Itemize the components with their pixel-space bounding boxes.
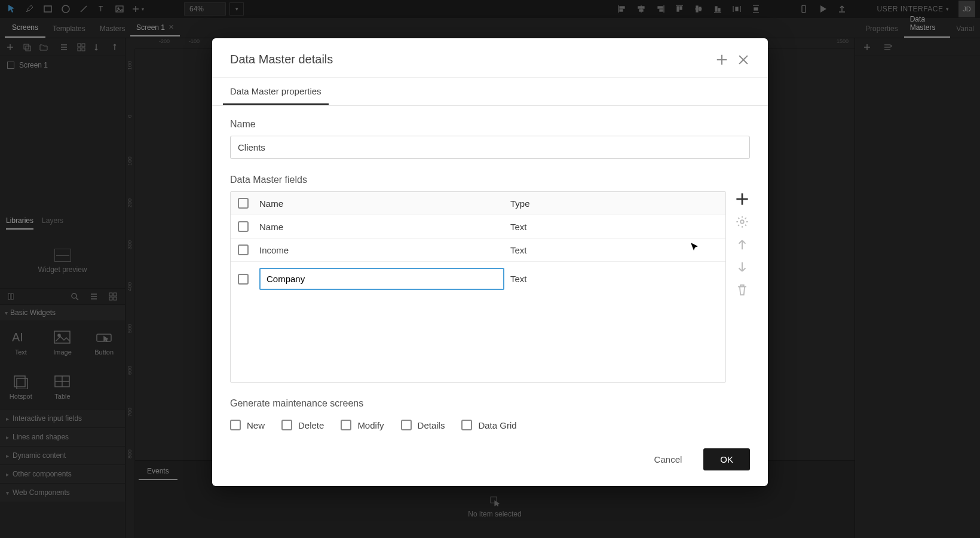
gen-new[interactable]: New bbox=[230, 420, 265, 430]
field-name-input[interactable] bbox=[259, 268, 504, 290]
delete-field-icon[interactable] bbox=[736, 283, 749, 296]
field-settings-icon[interactable] bbox=[736, 215, 749, 228]
col-type: Type bbox=[510, 198, 718, 209]
gen-datagrid[interactable]: Data Grid bbox=[461, 420, 516, 430]
field-name: Name bbox=[259, 222, 510, 232]
field-type: Text bbox=[510, 245, 718, 255]
modal-add-icon[interactable] bbox=[715, 53, 728, 66]
row-checkbox[interactable] bbox=[238, 274, 249, 285]
generate-label: Generate maintenance screens bbox=[230, 398, 750, 409]
select-all-checkbox[interactable] bbox=[238, 198, 249, 209]
name-input[interactable] bbox=[230, 136, 750, 159]
field-type: Text bbox=[510, 222, 718, 232]
data-master-modal: Data Master details Data Master properti… bbox=[212, 38, 768, 486]
gen-modify[interactable]: Modify bbox=[341, 420, 384, 430]
cancel-button[interactable]: Cancel bbox=[644, 448, 693, 470]
fields-header-row: Name Type bbox=[231, 192, 725, 215]
field-name: Income bbox=[259, 245, 510, 255]
name-label: Name bbox=[230, 119, 750, 130]
add-field-icon[interactable] bbox=[736, 192, 749, 206]
field-type: Text bbox=[510, 274, 718, 284]
fields-label: Data Master fields bbox=[230, 175, 750, 185]
move-down-icon[interactable] bbox=[736, 261, 749, 274]
gen-delete[interactable]: Delete bbox=[281, 420, 324, 430]
modal-tab-properties[interactable]: Data Master properties bbox=[223, 78, 329, 105]
col-name: Name bbox=[259, 198, 510, 209]
gen-details[interactable]: Details bbox=[401, 420, 445, 430]
svg-point-76 bbox=[740, 220, 744, 224]
move-up-icon[interactable] bbox=[736, 238, 749, 251]
field-row[interactable]: Income Text bbox=[231, 239, 725, 262]
field-row[interactable]: Name Text bbox=[231, 215, 725, 239]
row-checkbox[interactable] bbox=[238, 221, 249, 232]
field-row[interactable]: Text bbox=[231, 262, 725, 296]
modal-title: Data Master details bbox=[230, 53, 715, 66]
ok-button[interactable]: OK bbox=[703, 448, 750, 470]
modal-close-icon[interactable] bbox=[737, 53, 750, 66]
modal-overlay: Data Master details Data Master properti… bbox=[0, 0, 980, 538]
fields-table: Name Type Name Text Income Text bbox=[230, 191, 726, 383]
row-checkbox[interactable] bbox=[238, 244, 249, 255]
